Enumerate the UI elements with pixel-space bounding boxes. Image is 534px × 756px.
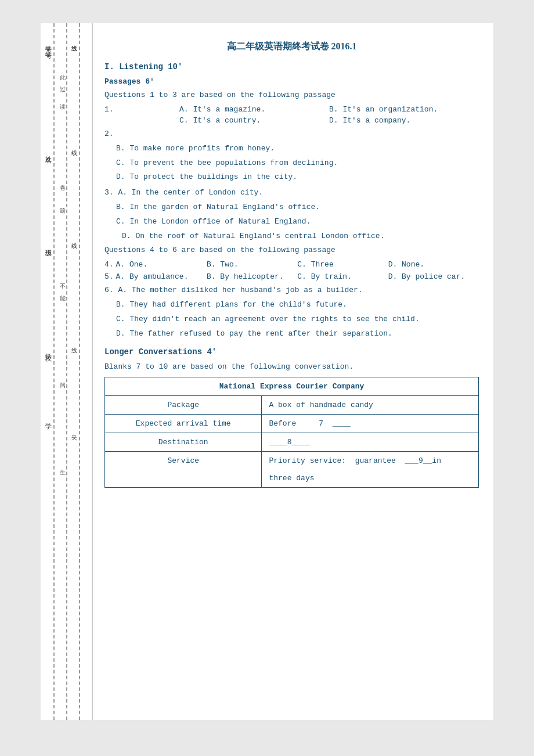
label-yue: 阅 [58,377,66,379]
q5-d: D. By police car. [388,272,479,281]
question-1: 1. A. It's a magazine. B. It's an organi… [104,105,479,125]
page-wrapper: 学号 线 学号 线 此 过 姓名 线 卷 题 班级 线 不 能 学校 线 阅 读… [0,0,534,756]
label-bu: 不 [58,279,66,280]
q1-d: D. It's a company. [329,116,479,125]
q6-a-text: A. The mother disliked her husband's job… [118,286,362,294]
question-2: 2. B. To make more profits from honey. C… [104,128,479,183]
q3-d: D. On the roof of Natural England's cent… [104,231,479,243]
question-6: 6. A. The mother disliked her husband's … [104,285,479,340]
q1-row-cd: C. It's a country. D. It's a company. [104,116,479,125]
q4-b: B. Two. [207,260,297,269]
q4-d: D. None. [388,260,479,269]
q4-num: 4. [104,260,114,269]
express-table: National Express Courier Company Package… [104,377,479,488]
section-listening-header: I. Listening 10' [104,62,479,71]
label-sheng: 生 [58,465,66,466]
label-xuexiao: 学校 [44,348,53,351]
table-value-destination: ____8____ [262,433,479,451]
q2-b: B. To make more profits from honey. [104,143,479,155]
q2-d: D. To protect the buildings in the city. [104,171,479,183]
q3-a-text: A. In the center of London city. [118,188,263,197]
label-du: 读 [58,99,66,100]
table-value-package: A box of handmade candy [262,395,479,414]
table-company-header: National Express Courier Company [105,377,479,395]
q2-c: C. To prevent the bee populations from d… [104,157,479,170]
label-juan: 卷 [58,180,66,181]
q3-c: C. In the London office of Natural Engla… [104,216,479,228]
label-xian-4: 线 [70,343,78,344]
label-xian-text-1: 线 [70,41,78,42]
table-row: Service Priority service: guarantee ___9… [105,451,479,487]
q1-a: A. It's a magazine. [179,105,329,114]
dotted-line-2 [66,23,67,720]
passage-intro-2: Questions 4 to 6 are based on the follow… [104,246,479,254]
priority-label: Priority [269,456,305,465]
q3-b: B. In the garden of Natural England's of… [104,201,479,214]
label-xue-bottom: 学 [44,418,53,419]
q4-row: 4. A. One. B. Two. C. Three D. None. [104,260,479,269]
q6-c: C. They didn't reach an agreement over t… [104,314,479,326]
dotted-line-1 [53,23,55,720]
q6-b: B. They had different plans for the chil… [104,299,479,311]
q5-row: 5. A. By ambulance. B. By helicopter. C.… [104,272,479,281]
q1-spacer [104,116,179,125]
q1-b: B. It's an organization. [329,105,479,114]
table-label-arrival: Expected arrival time [105,414,262,433]
q1-row-ab: 1. A. It's a magazine. B. It's an organi… [104,105,479,114]
table-label-package: Package [105,395,262,414]
sub-header-passages: Passages 6' [104,77,479,86]
label-xuehao-text: 学号 [44,41,53,43]
table-row: Package A box of handmade candy [105,395,479,414]
paper: 学号 线 学号 线 此 过 姓名 线 卷 题 班级 线 不 能 学校 线 阅 读… [41,23,493,720]
q1-c: C. It's a country. [179,116,329,125]
q4-a: A. One. [116,260,207,269]
table-row: Expected arrival time Before 7 ____ [105,414,479,433]
q6-d: D. The father refused to pay the rent af… [104,328,479,340]
table-value-arrival: Before 7 ____ [262,414,479,433]
q5-num: 5. [104,272,114,281]
label-xian-3: 线 [70,238,78,239]
longer-conv-intro: Blanks 7 to 10 are based on the followin… [104,362,479,371]
label-jia: 夹 [70,430,78,431]
main-content: 高二年级英语期终考试卷 2016.1 I. Listening 10' Pass… [93,23,493,720]
label-xingming: 姓名 [44,151,53,153]
q6-a: 6. A. The mother disliked her husband's … [104,285,479,297]
sidebar: 学号 线 学号 线 此 过 姓名 线 卷 题 班级 线 不 能 学校 线 阅 读… [41,23,93,720]
label-xuehao: 学号 [44,46,53,49]
question-5: 5. A. By ambulance. B. By helicopter. C.… [104,272,479,281]
q3-a: 3. A. In the center of London city. [104,187,479,199]
table-value-service: Priority service: guarantee ___9__inthre… [262,451,479,487]
dotted-line-3 [79,23,80,720]
q5-b: B. By helicopter. [207,272,297,281]
label-ti: 题 [58,203,66,204]
label-ci: 此 [58,70,66,71]
q2-a: 2. [104,128,479,141]
page-title: 高二年级英语期终考试卷 2016.1 [104,41,479,53]
longer-conv-header: Longer Conversations 4' [104,347,479,357]
passage-intro-1: Questions 1 to 3 are based on the follow… [104,91,479,99]
label-ban: 班级 [44,244,53,246]
label-xian-2: 线 [70,145,78,146]
q1-num-a: 1. [104,105,179,114]
table-row: Destination ____8____ [105,433,479,451]
label-neng: 能 [58,290,66,291]
table-label-destination: Destination [105,433,262,451]
question-4: 4. A. One. B. Two. C. Three D. None. [104,260,479,269]
q5-a: A. By ambulance. [116,272,207,281]
q5-c: C. By train. [297,272,388,281]
table-label-service: Service [105,451,262,487]
q4-c: C. Three [297,260,388,269]
question-3: 3. A. In the center of London city. B. I… [104,187,479,242]
label-guo: 过 [58,81,66,82]
